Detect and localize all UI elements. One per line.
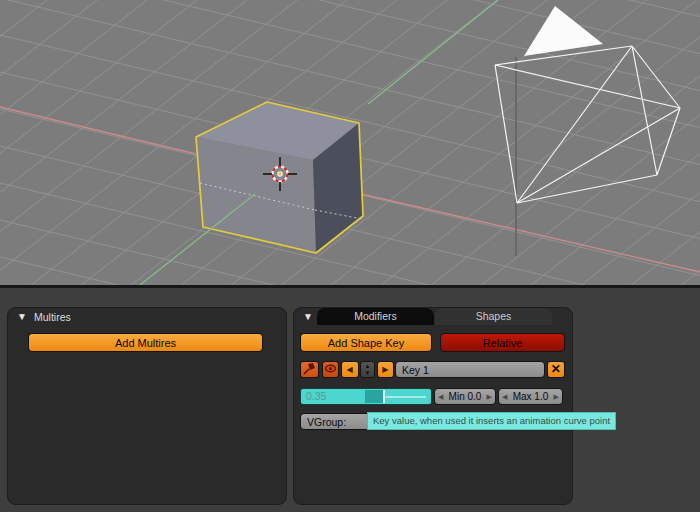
spinner-up-icon[interactable]: ▲ xyxy=(361,363,374,370)
tooltip: Key value, when used it inserts an anima… xyxy=(367,412,616,430)
panel-shapes: ▼ Modifiers Shapes Add Shape Key Relativ… xyxy=(293,307,573,505)
collapse-icon[interactable]: ▼ xyxy=(15,311,29,323)
step-right-icon[interactable]: ▶ xyxy=(554,389,559,404)
relative-toggle-button[interactable]: Relative xyxy=(440,333,565,352)
panel-title: Multires xyxy=(34,310,71,324)
tab-modifiers[interactable]: Modifiers xyxy=(317,308,434,325)
min-value-stepper[interactable]: ◀ Min 0.0 ▶ xyxy=(434,388,496,405)
eye-icon[interactable] xyxy=(322,361,339,378)
tab-shapes[interactable]: Shapes xyxy=(435,308,552,325)
next-key-arrow-icon[interactable]: ▶ xyxy=(377,361,394,378)
step-left-icon[interactable]: ◀ xyxy=(438,389,443,404)
key-spinner-icon[interactable]: ▲ ▼ xyxy=(360,361,375,378)
slider-groove xyxy=(386,396,426,398)
3d-viewport[interactable] xyxy=(0,0,700,286)
pin-icon[interactable] xyxy=(300,361,319,378)
max-label: Max 1.0 xyxy=(513,391,549,402)
buttons-window: ▼ Multires Add Multires ▼ Modifiers Shap… xyxy=(0,288,700,512)
collapse-icon[interactable]: ▼ xyxy=(301,311,315,323)
delete-key-button[interactable]: ✕ xyxy=(547,361,566,378)
panel-multires: ▼ Multires Add Multires xyxy=(7,307,287,505)
spinner-down-icon[interactable]: ▼ xyxy=(361,370,374,377)
key-name-field[interactable]: Key 1 xyxy=(395,361,545,378)
step-right-icon[interactable]: ▶ xyxy=(487,389,492,404)
add-shape-key-button[interactable]: Add Shape Key xyxy=(300,333,432,352)
max-value-stepper[interactable]: ◀ Max 1.0 ▶ xyxy=(498,388,563,405)
key-value-slider[interactable]: 0.35 xyxy=(300,388,432,405)
min-label: Min 0.0 xyxy=(449,391,482,402)
slider-value: 0.35 xyxy=(306,389,326,404)
step-left-icon[interactable]: ◀ xyxy=(502,389,507,404)
previous-key-arrow-icon[interactable]: ◀ xyxy=(341,361,359,378)
selected-cube[interactable] xyxy=(196,102,363,253)
slider-knob[interactable] xyxy=(365,390,385,403)
add-multires-button[interactable]: Add Multires xyxy=(28,333,263,352)
blender-window: ▼ Multires Add Multires ▼ Modifiers Shap… xyxy=(0,0,700,512)
